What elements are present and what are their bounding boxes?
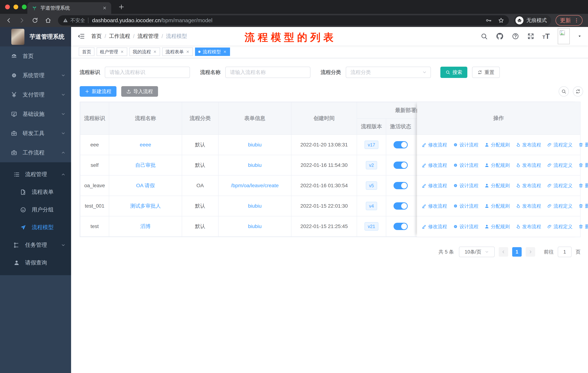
current-page-button[interactable]: 1 xyxy=(512,247,522,257)
close-icon[interactable] xyxy=(120,50,124,53)
reset-button[interactable]: 重置 xyxy=(472,67,500,78)
sidebar-item-基础设施[interactable]: 基础设施 xyxy=(0,104,71,124)
tab-close-icon[interactable] xyxy=(102,6,107,10)
sidebar-item-流程表单[interactable]: 流程表单 xyxy=(0,183,71,201)
process-name-link[interactable]: eeee xyxy=(140,142,151,148)
window-close-button[interactable] xyxy=(5,5,10,9)
action-删除[interactable]: 删除 xyxy=(578,142,588,148)
action-分配规则[interactable]: 分配规则 xyxy=(484,162,510,169)
page-size-select[interactable]: 10条/页 xyxy=(459,247,495,257)
import-process-button[interactable]: 导入流程 xyxy=(121,86,158,97)
breadcrumb-item[interactable]: 首页 xyxy=(91,33,102,40)
action-修改流程[interactable]: 修改流程 xyxy=(422,142,447,148)
form-info-link[interactable]: /bpm/oa/leave/create xyxy=(231,183,279,188)
active-state-toggle[interactable] xyxy=(394,141,408,148)
action-修改流程[interactable]: 修改流程 xyxy=(422,203,447,209)
action-发布流程[interactable]: 发布流程 xyxy=(516,142,541,148)
next-page-button[interactable] xyxy=(526,247,535,257)
close-icon[interactable] xyxy=(223,50,227,53)
action-修改流程[interactable]: 修改流程 xyxy=(422,162,447,169)
sidebar-item-系统管理[interactable]: 系统管理 xyxy=(0,66,71,85)
sidebar-item-首页[interactable]: 首页 xyxy=(0,46,71,66)
bookmark-star-icon[interactable] xyxy=(498,17,504,23)
font-size-icon[interactable]: TT xyxy=(542,33,550,40)
close-icon[interactable] xyxy=(153,50,157,53)
new-tab-button[interactable] xyxy=(118,4,125,10)
create-process-button[interactable]: 新建流程 xyxy=(80,86,116,97)
sidebar-item-任务管理[interactable]: 任务管理 xyxy=(0,236,71,254)
action-分配规则[interactable]: 分配规则 xyxy=(484,203,510,209)
action-分配规则[interactable]: 分配规则 xyxy=(484,223,510,230)
tag-我的流程[interactable]: 我的流程 xyxy=(129,48,160,56)
action-设计流程[interactable]: 设计流程 xyxy=(453,182,478,189)
prev-page-button[interactable] xyxy=(499,247,508,257)
browser-tab[interactable]: 芋道管理系统 xyxy=(27,2,111,14)
action-流程定义[interactable]: 流程定义 xyxy=(547,203,573,209)
process-name-link[interactable]: 自己审批 xyxy=(135,162,156,168)
action-分配规则[interactable]: 分配规则 xyxy=(484,142,510,148)
form-info-link[interactable]: biubiu xyxy=(248,203,262,209)
password-key-icon[interactable] xyxy=(486,17,492,23)
goto-page-input[interactable] xyxy=(558,247,572,257)
search-icon[interactable] xyxy=(481,33,488,40)
action-设计流程[interactable]: 设计流程 xyxy=(453,223,478,230)
show-search-toggle-button[interactable] xyxy=(559,86,569,97)
filter-name-input[interactable] xyxy=(225,67,310,78)
action-分配规则[interactable]: 分配规则 xyxy=(484,182,510,189)
action-流程定义[interactable]: 流程定义 xyxy=(547,162,573,169)
reload-icon[interactable] xyxy=(32,17,38,24)
form-info-link[interactable]: biubiu xyxy=(248,162,262,168)
action-设计流程[interactable]: 设计流程 xyxy=(453,203,478,209)
action-修改流程[interactable]: 修改流程 xyxy=(422,223,447,230)
action-发布流程[interactable]: 发布流程 xyxy=(516,203,541,209)
active-state-toggle[interactable] xyxy=(394,182,408,189)
sidebar-collapse-icon[interactable] xyxy=(78,33,85,40)
sidebar-item-请假查询[interactable]: 请假查询 xyxy=(0,254,71,272)
action-删除[interactable]: 删除 xyxy=(578,203,588,209)
sidebar-logo[interactable]: 芋道管理系统 xyxy=(0,27,71,46)
window-zoom-button[interactable] xyxy=(22,5,27,9)
github-icon[interactable] xyxy=(496,32,504,40)
form-info-link[interactable]: biubiu xyxy=(248,223,262,229)
action-设计流程[interactable]: 设计流程 xyxy=(453,142,478,148)
user-menu-caret-icon[interactable] xyxy=(578,34,581,38)
close-icon[interactable] xyxy=(186,50,189,53)
window-minimize-button[interactable] xyxy=(13,5,18,9)
form-info-link[interactable]: biubiu xyxy=(248,142,262,148)
sidebar-item-研发工具[interactable]: 研发工具 xyxy=(0,124,71,143)
sidebar-item-流程管理[interactable]: 流程管理 xyxy=(0,166,71,183)
sidebar-item-支付管理[interactable]: 支付管理 xyxy=(0,85,71,104)
action-发布流程[interactable]: 发布流程 xyxy=(516,162,541,169)
action-发布流程[interactable]: 发布流程 xyxy=(516,182,541,189)
action-删除[interactable]: 删除 xyxy=(578,182,588,189)
sidebar-item-工作流程[interactable]: 工作流程 xyxy=(0,143,71,162)
chrome-update-button[interactable]: 更新 xyxy=(556,15,583,26)
tag-首页[interactable]: 首页 xyxy=(79,48,94,56)
action-删除[interactable]: 删除 xyxy=(578,162,588,169)
not-secure-label[interactable]: 不安全 xyxy=(70,17,85,24)
filter-key-input[interactable] xyxy=(105,67,190,78)
user-avatar-broken[interactable] xyxy=(558,28,570,44)
process-name-link[interactable]: 滔博 xyxy=(140,223,151,229)
action-设计流程[interactable]: 设计流程 xyxy=(453,162,478,169)
tag-流程模型[interactable]: 流程模型 xyxy=(195,48,230,56)
process-name-link[interactable]: OA 请假 xyxy=(136,183,155,188)
process-name-link[interactable]: 测试多审批人 xyxy=(130,203,161,209)
active-state-toggle[interactable] xyxy=(394,223,408,230)
tag-流程表单[interactable]: 流程表单 xyxy=(162,48,193,56)
action-删除[interactable]: 删除 xyxy=(578,223,588,230)
browser-menu-dots-icon[interactable] xyxy=(574,18,579,23)
action-修改流程[interactable]: 修改流程 xyxy=(422,182,447,189)
fullscreen-icon[interactable] xyxy=(527,33,535,40)
breadcrumb-item[interactable]: 工作流程 xyxy=(109,33,130,40)
sidebar-item-用户分组[interactable]: 用户分组 xyxy=(0,201,71,219)
refresh-table-button[interactable] xyxy=(573,86,583,97)
active-state-toggle[interactable] xyxy=(394,202,408,210)
back-icon[interactable] xyxy=(5,17,12,24)
action-发布流程[interactable]: 发布流程 xyxy=(516,223,541,230)
action-流程定义[interactable]: 流程定义 xyxy=(547,182,573,189)
tag-租户管理[interactable]: 租户管理 xyxy=(97,48,127,56)
address-bar[interactable]: 不安全 dashboard.yudao.iocoder.cn/bpm/manag… xyxy=(58,15,509,26)
active-state-toggle[interactable] xyxy=(394,161,408,169)
filter-category-select[interactable]: 流程分类 xyxy=(346,67,431,78)
